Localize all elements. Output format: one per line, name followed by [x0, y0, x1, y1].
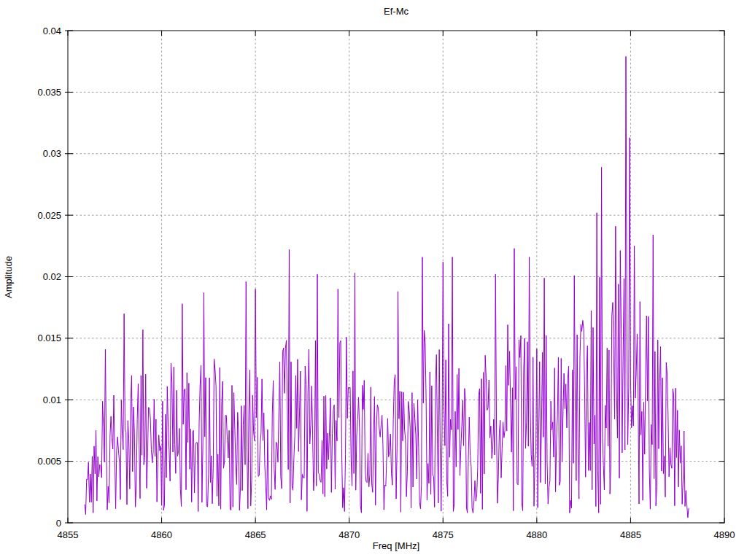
x-tick-label: 4860 — [151, 529, 172, 540]
y-tick-label: 0.005 — [37, 456, 61, 467]
x-tick-label: 4885 — [620, 529, 641, 540]
y-tick-label: 0.025 — [37, 210, 61, 221]
x-tick-label: 4865 — [245, 529, 266, 540]
x-tick-label: 4855 — [58, 529, 79, 540]
chart-title: Ef-Mc — [384, 6, 409, 17]
x-tick-label: 4875 — [433, 529, 454, 540]
plot-window: 48554860486548704875488048854890 00.0050… — [0, 0, 747, 560]
y-tick-label: 0.01 — [43, 394, 61, 405]
y-tick-label: 0.035 — [37, 87, 61, 98]
y-tick-label: 0 — [56, 518, 61, 529]
y-axis-label: Amplitude — [3, 256, 14, 298]
y-tick-label: 0.04 — [43, 26, 61, 36]
y-tick-label: 0.03 — [43, 148, 61, 159]
x-tick-label: 4880 — [526, 529, 547, 540]
x-tick-label: 4890 — [714, 529, 735, 540]
spectrum-chart: 48554860486548704875488048854890 00.0050… — [0, 0, 747, 560]
x-tick-labels: 48554860486548704875488048854890 — [58, 529, 735, 540]
x-tick-label: 4870 — [338, 529, 360, 540]
x-axis-label: Freq [MHz] — [373, 540, 419, 551]
series-line-ef-mc — [85, 56, 689, 517]
y-tick-label: 0.02 — [43, 271, 61, 282]
y-tick-labels: 00.0050.010.0150.020.0250.030.0350.04 — [37, 26, 61, 529]
y-tick-label: 0.015 — [37, 332, 61, 343]
ef-mc-spectrum-trace — [85, 56, 689, 517]
